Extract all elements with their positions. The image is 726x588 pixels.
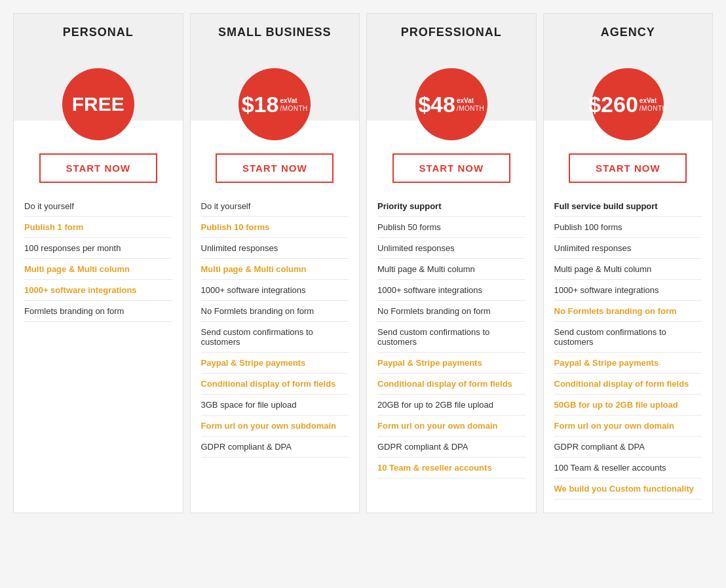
plan-title-agency: AGENCY [550,26,706,39]
feature-item: Form url on your own domain [377,416,525,437]
feature-item: Paypal & Stripe payments [377,353,525,374]
plan-header-personal: PERSONALFREE [14,14,183,121]
plan-body-small-business: START NOWDo it yourselfPublish 10 formsU… [191,121,360,471]
price-value-agency: $260 [588,93,638,115]
price-value-small-business: $18 [242,93,279,115]
feature-item: Priority support [377,196,525,217]
price-circle-agency: $260exVat/MONTH [592,68,664,140]
feature-item: GDPR compliant & DPA [554,437,702,458]
start-now-button-small-business[interactable]: START NOW [216,153,334,183]
feature-item: Send custom confirmations to customers [377,322,525,353]
plan-card-personal: PERSONALFREESTART NOWDo it yourselfPubli… [13,13,183,513]
price-month-small-business: /MONTH [280,105,307,112]
feature-list-agency: Full service build supportPublish 100 fo… [554,196,702,500]
price-month-agency: /MONTH [640,105,667,112]
feature-item: No Formlets branding on form [554,301,702,322]
feature-item: 3GB space for file upload [201,395,349,416]
price-value-personal: FREE [72,94,124,114]
price-circle-professional: $48exVat/MONTH [415,68,487,140]
price-circle-small-business: $18exVat/MONTH [239,68,311,140]
feature-list-personal: Do it yourselfPublish 1 form100 response… [24,196,172,322]
plan-card-small-business: SMALL BUSINESS$18exVat/MONTHSTART NOWDo … [190,13,360,513]
plan-body-personal: START NOWDo it yourselfPublish 1 form100… [14,121,183,335]
price-circle-personal: FREE [62,68,134,140]
feature-item: 10 Team & reseller accounts [377,458,525,479]
feature-item: 1000+ software integrations [554,280,702,301]
plan-header-agency: AGENCY$260exVat/MONTH [544,14,713,121]
feature-item: Conditional display of form fields [377,374,525,395]
plan-header-professional: PROFESSIONAL$48exVat/MONTH [367,14,536,121]
plan-title-professional: PROFESSIONAL [373,26,529,39]
price-exvat-agency: exVat [640,97,657,105]
feature-item: 100 Team & reseller accounts [554,458,702,479]
feature-item: Send custom confirmations to customers [554,322,702,353]
plan-title-personal: PERSONAL [20,26,176,39]
feature-item: Form url on your own domain [554,416,702,437]
plan-header-small-business: SMALL BUSINESS$18exVat/MONTH [191,14,360,121]
feature-item: Paypal & Stripe payments [554,353,702,374]
feature-item: Multi page & Multi column [554,259,702,280]
plan-body-agency: START NOWFull service build supportPubli… [544,121,713,513]
plan-card-professional: PROFESSIONAL$48exVat/MONTHSTART NOWPrior… [366,13,537,513]
feature-item: Form url on your own subdomain [201,416,349,437]
feature-item: GDPR compliant & DPA [377,437,525,458]
feature-item: GDPR compliant & DPA [201,437,349,458]
feature-item: Conditional display of form fields [554,374,702,395]
feature-item: Unlimited responses [377,238,525,259]
start-now-button-professional[interactable]: START NOW [392,153,510,183]
plan-title-small-business: SMALL BUSINESS [197,26,353,39]
feature-item: Send custom confirmations to customers [201,322,349,353]
price-exvat-small-business: exVat [280,97,297,105]
feature-item: 1000+ software integrations [24,280,172,301]
feature-item: No Formlets branding on form [201,301,349,322]
feature-item: Unlimited responses [554,238,702,259]
price-month-professional: /MONTH [457,105,484,112]
feature-item: 1000+ software integrations [201,280,349,301]
feature-list-professional: Priority supportPublish 50 formsUnlimite… [377,196,525,479]
plan-body-professional: START NOWPriority supportPublish 50 form… [367,121,536,492]
feature-item: 20GB for up to 2GB file upload [377,395,525,416]
feature-item: Formlets branding on form [24,301,172,322]
price-exvat-professional: exVat [457,97,474,105]
feature-item: Paypal & Stripe payments [201,353,349,374]
feature-item: 50GB for up to 2GB file upload [554,395,702,416]
feature-item: Publish 50 forms [377,217,525,238]
feature-item: Publish 1 form [24,217,172,238]
feature-item: Multi page & Multi column [377,259,525,280]
pricing-table: PERSONALFREESTART NOWDo it yourselfPubli… [13,13,713,513]
plan-card-agency: AGENCY$260exVat/MONTHSTART NOWFull servi… [543,13,714,513]
feature-item: Publish 10 forms [201,217,349,238]
feature-item: Multi page & Multi column [24,259,172,280]
feature-item: Do it yourself [201,196,349,217]
feature-item: Multi page & Multi column [201,259,349,280]
price-value-professional: $48 [418,93,455,115]
start-now-button-agency[interactable]: START NOW [569,153,687,183]
feature-item: Conditional display of form fields [201,374,349,395]
feature-item: We build you Custom functionality [554,479,702,500]
feature-item: Publish 100 forms [554,217,702,238]
feature-item: 100 responses per month [24,238,172,259]
feature-item: Do it yourself [24,196,172,217]
feature-item: No Formlets branding on form [377,301,525,322]
feature-item: 1000+ software integrations [377,280,525,301]
feature-list-small-business: Do it yourselfPublish 10 formsUnlimited … [201,196,349,458]
feature-item: Unlimited responses [201,238,349,259]
feature-item: Full service build support [554,196,702,217]
start-now-button-personal[interactable]: START NOW [39,153,157,183]
